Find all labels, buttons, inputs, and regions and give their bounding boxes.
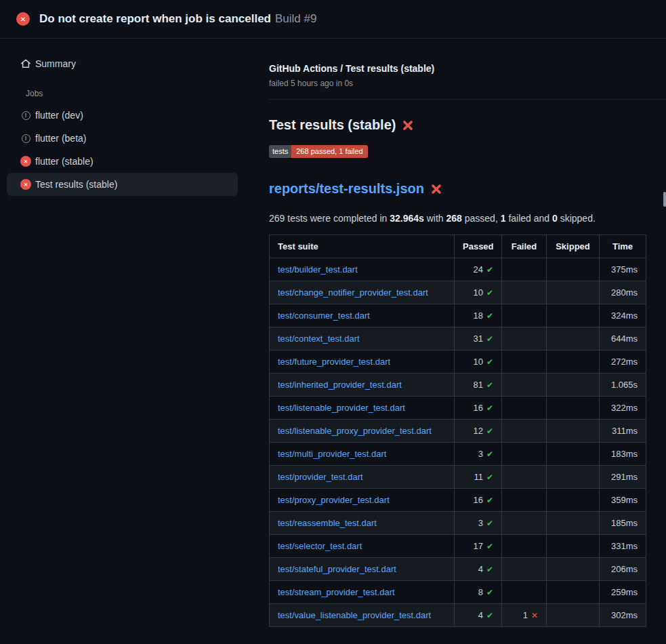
passed-count: 3 <box>478 518 483 528</box>
suite-link[interactable]: test/value_listenable_provider_test.dart <box>278 610 431 620</box>
time-value: 1.065s <box>600 374 646 397</box>
results-table-body: test/builder_test.dart 24✔ 375ms test/ch… <box>270 258 646 627</box>
time-value: 183ms <box>600 443 646 466</box>
table-row: test/context_test.dart 31✔ 644ms <box>270 327 646 350</box>
badge-label: tests <box>269 145 291 158</box>
column-header-time: Time <box>600 235 646 258</box>
sidebar-item-flutter-dev[interactable]: flutter (dev) <box>7 104 238 127</box>
check-icon: ✔ <box>486 265 493 275</box>
summary-mid2: passed, <box>462 213 501 224</box>
table-row: test/stateful_provider_test.dart 4✔ 206m… <box>270 558 646 581</box>
summary-prefix: 269 tests were completed in <box>269 213 390 224</box>
passed-count: 81 <box>473 380 482 390</box>
passed-count: 10 <box>473 357 482 367</box>
suite-link[interactable]: test/stream_provider_test.dart <box>278 587 395 597</box>
table-row: test/value_listenable_provider_test.dart… <box>270 604 646 627</box>
sidebar-item-flutter-stable[interactable]: flutter (stable) <box>7 150 238 173</box>
failed-x-icon <box>430 183 442 195</box>
time-value: 272ms <box>600 350 646 374</box>
time-value: 185ms <box>600 512 646 535</box>
summary-suffix: skipped. <box>558 213 596 224</box>
sidebar-item-flutter-beta[interactable]: flutter (beta) <box>7 127 238 150</box>
column-header-test-suite: Test suite <box>270 235 455 258</box>
suite-link[interactable]: test/listenable_provider_test.dart <box>278 403 405 413</box>
home-icon <box>20 58 31 69</box>
scrollbar-thumb[interactable] <box>663 192 666 207</box>
passed-count: 8 <box>478 587 483 597</box>
passed-count: 4 <box>478 564 483 574</box>
check-icon: ✔ <box>486 288 493 298</box>
time-value: 322ms <box>600 397 646 420</box>
failed-x-icon <box>402 119 414 132</box>
summary-mid1: with <box>424 213 446 224</box>
time-value: 359ms <box>600 489 646 512</box>
run-title-text: Do not create report when job is cancell… <box>39 12 271 25</box>
passed-count: 3 <box>478 449 483 459</box>
results-table: Test suite Passed Failed Skipped Time te… <box>269 235 646 627</box>
summary-mid3: failed and <box>506 213 553 224</box>
table-row: test/provider_test.dart 11✔ 291ms <box>270 466 646 489</box>
job-neutral-icon <box>20 133 31 144</box>
suite-link[interactable]: test/future_provider_test.dart <box>278 357 390 367</box>
report-link-heading[interactable]: reports/test-results.json <box>269 181 646 197</box>
table-row: test/proxy_provider_test.dart 16✔ 359ms <box>270 489 646 512</box>
table-row: test/listenable_provider_test.dart 16✔ 3… <box>270 397 646 420</box>
table-row: test/builder_test.dart 24✔ 375ms <box>270 258 646 281</box>
run-title: Do not create report when job is cancell… <box>39 12 316 26</box>
suite-link[interactable]: test/context_test.dart <box>278 334 360 344</box>
suite-link[interactable]: test/reassemble_test.dart <box>278 518 377 528</box>
column-header-skipped: Skipped <box>547 235 600 258</box>
run-failed-icon <box>16 12 30 26</box>
tests-badge: tests 268 passed, 1 failed <box>269 145 368 158</box>
suite-link[interactable]: test/inherited_provider_test.dart <box>278 380 402 390</box>
suite-link[interactable]: test/listenable_proxy_provider_test.dart <box>278 426 432 436</box>
suite-link[interactable]: test/builder_test.dart <box>278 264 358 275</box>
time-value: 206ms <box>600 558 646 581</box>
check-icon: ✔ <box>486 611 493 620</box>
summary-skipped-count: 0 <box>552 213 558 224</box>
column-header-passed: Passed <box>455 235 502 258</box>
badge-value: 268 passed, 1 failed <box>291 145 367 158</box>
passed-count: 16 <box>473 495 482 505</box>
passed-count: 12 <box>473 426 482 436</box>
suite-link[interactable]: test/stateful_provider_test.dart <box>278 564 396 574</box>
time-value: 280ms <box>600 281 646 304</box>
run-header: Do not create report when job is cancell… <box>0 0 666 39</box>
table-row: test/listenable_proxy_provider_test.dart… <box>270 420 646 443</box>
job-failed-icon <box>20 156 31 167</box>
sidebar-item-summary[interactable]: Summary <box>7 52 238 75</box>
run-build-number: Build #9 <box>275 12 316 25</box>
summary-failed-count: 1 <box>501 213 506 224</box>
table-row: test/reassemble_test.dart 3✔ 185ms <box>270 512 646 535</box>
sidebar-item-test-results-stable[interactable]: Test results (stable) <box>7 173 238 196</box>
passed-count: 31 <box>473 334 482 344</box>
suite-link[interactable]: test/selector_test.dart <box>278 541 362 551</box>
suite-link[interactable]: test/change_notifier_provider_test.dart <box>278 287 428 298</box>
suite-link[interactable]: test/proxy_provider_test.dart <box>278 495 390 505</box>
suite-link[interactable]: test/provider_test.dart <box>278 472 363 482</box>
time-value: 331ms <box>600 535 646 558</box>
suite-link[interactable]: test/multi_provider_test.dart <box>278 449 386 459</box>
jobs-section-label: Jobs <box>26 89 247 98</box>
time-value: 375ms <box>600 258 646 281</box>
run-status-line: failed 5 hours ago in 0s <box>269 79 646 88</box>
check-icon: ✔ <box>486 519 493 528</box>
failed-count: 1 <box>523 610 528 620</box>
check-icon: ✔ <box>486 380 493 390</box>
sidebar-item-label: flutter (dev) <box>35 110 83 121</box>
table-row: test/stream_provider_test.dart 8✔ 259ms <box>270 581 646 604</box>
table-row: test/selector_test.dart 17✔ 331ms <box>270 535 646 558</box>
passed-count: 11 <box>474 472 483 482</box>
section-title: Test results (stable) <box>269 117 646 133</box>
check-icon: ✔ <box>486 403 493 413</box>
table-row: test/change_notifier_provider_test.dart … <box>270 281 646 304</box>
time-value: 302ms <box>600 604 646 627</box>
main-content: GitHub Actions / Test results (stable) f… <box>247 39 666 627</box>
table-row: test/multi_provider_test.dart 3✔ 183ms <box>270 443 646 466</box>
report-link-text[interactable]: reports/test-results.json <box>269 181 424 197</box>
check-icon: ✔ <box>486 472 493 482</box>
check-icon: ✔ <box>486 334 493 344</box>
time-value: 291ms <box>600 466 646 489</box>
suite-link[interactable]: test/consumer_test.dart <box>278 310 370 321</box>
time-value: 259ms <box>600 581 646 604</box>
